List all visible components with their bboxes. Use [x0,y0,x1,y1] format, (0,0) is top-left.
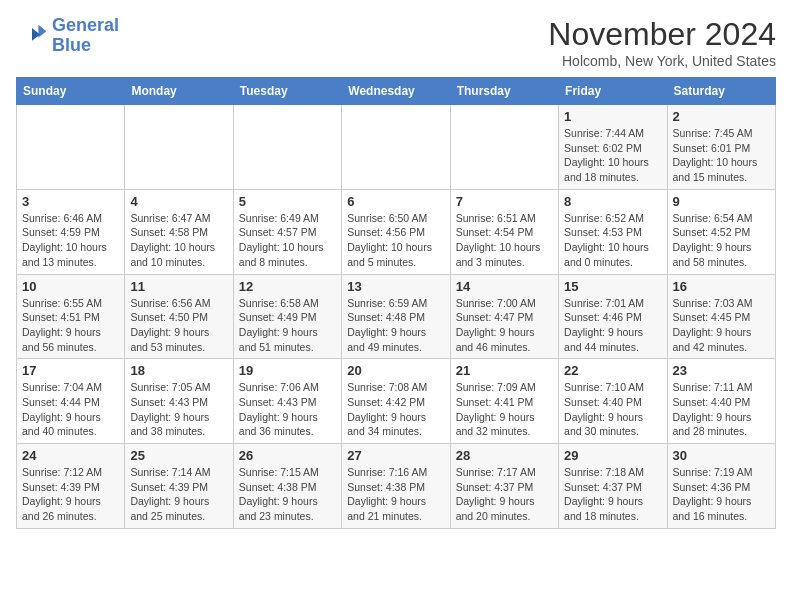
calendar-cell: 30Sunrise: 7:19 AM Sunset: 4:36 PM Dayli… [667,444,775,529]
calendar-cell: 16Sunrise: 7:03 AM Sunset: 4:45 PM Dayli… [667,274,775,359]
day-number: 3 [22,194,119,209]
calendar-cell: 20Sunrise: 7:08 AM Sunset: 4:42 PM Dayli… [342,359,450,444]
calendar-cell: 8Sunrise: 6:52 AM Sunset: 4:53 PM Daylig… [559,189,667,274]
calendar-cell: 3Sunrise: 6:46 AM Sunset: 4:59 PM Daylig… [17,189,125,274]
day-number: 6 [347,194,444,209]
calendar-cell: 26Sunrise: 7:15 AM Sunset: 4:38 PM Dayli… [233,444,341,529]
day-info: Sunrise: 7:45 AM Sunset: 6:01 PM Dayligh… [673,126,770,185]
day-info: Sunrise: 7:09 AM Sunset: 4:41 PM Dayligh… [456,380,553,439]
week-row-2: 10Sunrise: 6:55 AM Sunset: 4:51 PM Dayli… [17,274,776,359]
day-info: Sunrise: 7:00 AM Sunset: 4:47 PM Dayligh… [456,296,553,355]
day-number: 8 [564,194,661,209]
calendar-cell: 5Sunrise: 6:49 AM Sunset: 4:57 PM Daylig… [233,189,341,274]
calendar-cell: 13Sunrise: 6:59 AM Sunset: 4:48 PM Dayli… [342,274,450,359]
calendar-cell: 29Sunrise: 7:18 AM Sunset: 4:37 PM Dayli… [559,444,667,529]
logo: General Blue [16,16,119,56]
day-number: 24 [22,448,119,463]
day-number: 9 [673,194,770,209]
calendar-cell: 9Sunrise: 6:54 AM Sunset: 4:52 PM Daylig… [667,189,775,274]
day-info: Sunrise: 7:03 AM Sunset: 4:45 PM Dayligh… [673,296,770,355]
day-number: 22 [564,363,661,378]
week-row-1: 3Sunrise: 6:46 AM Sunset: 4:59 PM Daylig… [17,189,776,274]
day-number: 11 [130,279,227,294]
logo-icon [16,20,48,52]
day-info: Sunrise: 6:54 AM Sunset: 4:52 PM Dayligh… [673,211,770,270]
calendar-cell: 21Sunrise: 7:09 AM Sunset: 4:41 PM Dayli… [450,359,558,444]
day-number: 13 [347,279,444,294]
day-number: 18 [130,363,227,378]
day-info: Sunrise: 6:56 AM Sunset: 4:50 PM Dayligh… [130,296,227,355]
day-number: 17 [22,363,119,378]
day-info: Sunrise: 6:47 AM Sunset: 4:58 PM Dayligh… [130,211,227,270]
day-info: Sunrise: 7:08 AM Sunset: 4:42 PM Dayligh… [347,380,444,439]
day-number: 15 [564,279,661,294]
calendar-table: SundayMondayTuesdayWednesdayThursdayFrid… [16,77,776,529]
calendar-cell: 24Sunrise: 7:12 AM Sunset: 4:39 PM Dayli… [17,444,125,529]
logo-text: General Blue [52,16,119,56]
calendar-cell: 17Sunrise: 7:04 AM Sunset: 4:44 PM Dayli… [17,359,125,444]
day-number: 7 [456,194,553,209]
calendar-cell: 14Sunrise: 7:00 AM Sunset: 4:47 PM Dayli… [450,274,558,359]
day-number: 27 [347,448,444,463]
header-wednesday: Wednesday [342,78,450,105]
day-number: 20 [347,363,444,378]
day-info: Sunrise: 7:05 AM Sunset: 4:43 PM Dayligh… [130,380,227,439]
day-number: 23 [673,363,770,378]
day-number: 26 [239,448,336,463]
day-info: Sunrise: 7:10 AM Sunset: 4:40 PM Dayligh… [564,380,661,439]
week-row-3: 17Sunrise: 7:04 AM Sunset: 4:44 PM Dayli… [17,359,776,444]
header-saturday: Saturday [667,78,775,105]
week-row-0: 1Sunrise: 7:44 AM Sunset: 6:02 PM Daylig… [17,105,776,190]
day-info: Sunrise: 7:16 AM Sunset: 4:38 PM Dayligh… [347,465,444,524]
day-number: 1 [564,109,661,124]
calendar-cell: 15Sunrise: 7:01 AM Sunset: 4:46 PM Dayli… [559,274,667,359]
calendar-cell: 23Sunrise: 7:11 AM Sunset: 4:40 PM Dayli… [667,359,775,444]
header-thursday: Thursday [450,78,558,105]
day-number: 29 [564,448,661,463]
day-number: 19 [239,363,336,378]
day-number: 4 [130,194,227,209]
calendar-cell [125,105,233,190]
day-info: Sunrise: 6:59 AM Sunset: 4:48 PM Dayligh… [347,296,444,355]
header-friday: Friday [559,78,667,105]
day-info: Sunrise: 7:01 AM Sunset: 4:46 PM Dayligh… [564,296,661,355]
day-info: Sunrise: 6:55 AM Sunset: 4:51 PM Dayligh… [22,296,119,355]
day-number: 14 [456,279,553,294]
calendar-cell: 18Sunrise: 7:05 AM Sunset: 4:43 PM Dayli… [125,359,233,444]
calendar-cell [342,105,450,190]
calendar-cell: 2Sunrise: 7:45 AM Sunset: 6:01 PM Daylig… [667,105,775,190]
day-info: Sunrise: 7:06 AM Sunset: 4:43 PM Dayligh… [239,380,336,439]
day-number: 30 [673,448,770,463]
header-sunday: Sunday [17,78,125,105]
calendar-cell [450,105,558,190]
calendar-cell: 7Sunrise: 6:51 AM Sunset: 4:54 PM Daylig… [450,189,558,274]
header-tuesday: Tuesday [233,78,341,105]
day-number: 16 [673,279,770,294]
day-info: Sunrise: 7:17 AM Sunset: 4:37 PM Dayligh… [456,465,553,524]
calendar-cell: 19Sunrise: 7:06 AM Sunset: 4:43 PM Dayli… [233,359,341,444]
day-info: Sunrise: 7:14 AM Sunset: 4:39 PM Dayligh… [130,465,227,524]
calendar-cell: 11Sunrise: 6:56 AM Sunset: 4:50 PM Dayli… [125,274,233,359]
day-info: Sunrise: 6:52 AM Sunset: 4:53 PM Dayligh… [564,211,661,270]
calendar-cell: 10Sunrise: 6:55 AM Sunset: 4:51 PM Dayli… [17,274,125,359]
day-number: 21 [456,363,553,378]
subtitle: Holcomb, New York, United States [548,53,776,69]
month-title: November 2024 [548,16,776,53]
header: General Blue November 2024 Holcomb, New … [16,16,776,69]
calendar-header-row: SundayMondayTuesdayWednesdayThursdayFrid… [17,78,776,105]
day-info: Sunrise: 6:50 AM Sunset: 4:56 PM Dayligh… [347,211,444,270]
day-number: 2 [673,109,770,124]
title-block: November 2024 Holcomb, New York, United … [548,16,776,69]
calendar-cell: 4Sunrise: 6:47 AM Sunset: 4:58 PM Daylig… [125,189,233,274]
day-info: Sunrise: 7:18 AM Sunset: 4:37 PM Dayligh… [564,465,661,524]
header-monday: Monday [125,78,233,105]
day-info: Sunrise: 6:49 AM Sunset: 4:57 PM Dayligh… [239,211,336,270]
week-row-4: 24Sunrise: 7:12 AM Sunset: 4:39 PM Dayli… [17,444,776,529]
calendar-cell: 22Sunrise: 7:10 AM Sunset: 4:40 PM Dayli… [559,359,667,444]
calendar-cell: 28Sunrise: 7:17 AM Sunset: 4:37 PM Dayli… [450,444,558,529]
calendar-cell: 27Sunrise: 7:16 AM Sunset: 4:38 PM Dayli… [342,444,450,529]
svg-marker-0 [38,25,46,38]
calendar-cell: 1Sunrise: 7:44 AM Sunset: 6:02 PM Daylig… [559,105,667,190]
day-number: 5 [239,194,336,209]
calendar-cell: 25Sunrise: 7:14 AM Sunset: 4:39 PM Dayli… [125,444,233,529]
